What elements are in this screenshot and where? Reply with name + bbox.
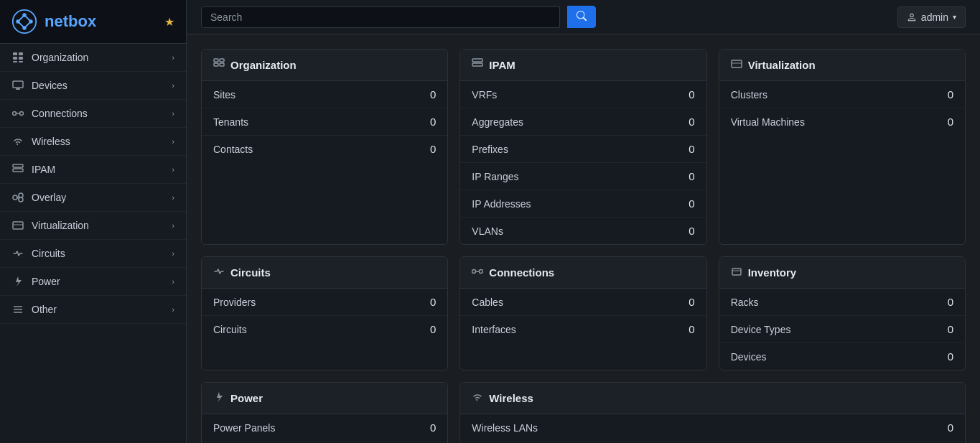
sidebar-label-circuits: Circuits bbox=[32, 248, 65, 259]
ipam-ipranges-row: IP Ranges 0 bbox=[460, 163, 706, 190]
sidebar-item-power[interactable]: Power › bbox=[0, 268, 186, 296]
circuits-providers-value: 0 bbox=[430, 296, 436, 308]
user-name-label: admin bbox=[921, 11, 948, 23]
sidebar-item-wireless[interactable]: Wireless › bbox=[0, 128, 186, 156]
svg-point-36 bbox=[472, 270, 476, 274]
virtualization-card-icon bbox=[731, 58, 742, 72]
sidebar-item-overlay[interactable]: Overlay › bbox=[0, 184, 186, 212]
svg-point-3 bbox=[22, 13, 26, 17]
svg-rect-9 bbox=[13, 61, 17, 62]
svg-point-14 bbox=[20, 112, 24, 116]
sidebar-item-organization[interactable]: Organization › bbox=[0, 44, 186, 72]
user-menu-chevron-icon: ▾ bbox=[953, 13, 956, 21]
virt-vms-label: Virtual Machines bbox=[731, 116, 805, 128]
virtualization-icon bbox=[11, 219, 24, 232]
search-button[interactable] bbox=[567, 6, 596, 28]
org-contacts-value: 0 bbox=[430, 143, 436, 155]
conn-cables-row: Cables 0 bbox=[460, 289, 706, 316]
ipam-vrfs-row: VRFs 0 bbox=[460, 81, 706, 108]
power-panels-row: Power Panels 0 bbox=[202, 414, 447, 442]
topbar: admin ▾ bbox=[187, 0, 980, 34]
user-menu-button[interactable]: admin ▾ bbox=[897, 6, 966, 28]
sidebar-item-other[interactable]: Other › bbox=[0, 296, 186, 324]
sidebar-item-connections[interactable]: Connections › bbox=[0, 100, 186, 128]
inv-devices-label: Devices bbox=[731, 351, 767, 363]
connections-icon bbox=[11, 107, 24, 120]
org-sites-label: Sites bbox=[213, 89, 235, 101]
chevron-right-icon: › bbox=[172, 221, 174, 230]
chevron-right-icon: › bbox=[172, 193, 174, 202]
organization-card-icon bbox=[213, 58, 225, 72]
app-name: netbox bbox=[45, 12, 96, 31]
sidebar-label-virtualization: Virtualization bbox=[32, 220, 89, 231]
conn-interfaces-row: Interfaces 0 bbox=[460, 316, 706, 342]
chevron-right-icon: › bbox=[172, 305, 174, 314]
sidebar: netbox ★ Organization › Devices › bbox=[0, 0, 187, 443]
card-connections: Connections Cables 0 Interfaces 0 bbox=[459, 256, 706, 370]
ipam-prefixes-value: 0 bbox=[689, 143, 694, 155]
ipam-vrfs-label: VRFs bbox=[472, 89, 497, 101]
svg-rect-32 bbox=[472, 59, 482, 62]
ipam-ipranges-label: IP Ranges bbox=[472, 171, 518, 182]
ipam-icon bbox=[11, 163, 24, 176]
dashboard: Organization Sites 0 Tenants 0 Contacts … bbox=[187, 34, 980, 443]
card-wireless-title: Wireless bbox=[489, 392, 533, 404]
sidebar-item-circuits[interactable]: Circuits › bbox=[0, 240, 186, 268]
svg-rect-34 bbox=[732, 60, 742, 67]
svg-rect-28 bbox=[214, 59, 218, 62]
inv-racks-row: Racks 0 bbox=[719, 289, 965, 316]
other-icon bbox=[11, 303, 24, 316]
sidebar-item-ipam[interactable]: IPAM › bbox=[0, 156, 186, 184]
svg-point-19 bbox=[19, 193, 23, 197]
circuits-circuits-value: 0 bbox=[430, 323, 436, 335]
connections-card-icon bbox=[472, 266, 483, 279]
bookmark-icon: ★ bbox=[164, 15, 174, 29]
circuits-circuits-label: Circuits bbox=[213, 324, 247, 335]
user-icon bbox=[907, 12, 917, 22]
ipam-ipaddresses-row: IP Addresses 0 bbox=[460, 190, 706, 218]
card-virtualization-header: Virtualization bbox=[719, 50, 965, 81]
svg-point-13 bbox=[13, 112, 17, 116]
chevron-right-icon: › bbox=[172, 137, 174, 146]
svg-rect-7 bbox=[13, 57, 17, 60]
ipam-ipranges-value: 0 bbox=[689, 170, 694, 182]
org-contacts-row: Contacts 0 bbox=[202, 136, 447, 162]
svg-rect-8 bbox=[19, 57, 23, 60]
card-inventory-title: Inventory bbox=[748, 266, 797, 279]
svg-rect-23 bbox=[13, 222, 23, 229]
svg-rect-29 bbox=[220, 59, 224, 62]
svg-rect-6 bbox=[19, 52, 23, 55]
wireless-icon bbox=[11, 135, 24, 148]
card-circuits-header: Circuits bbox=[202, 257, 447, 289]
sidebar-item-virtualization[interactable]: Virtualization › bbox=[0, 212, 186, 240]
ipam-card-icon bbox=[472, 58, 483, 72]
ipam-aggregates-label: Aggregates bbox=[472, 116, 523, 128]
svg-rect-12 bbox=[16, 88, 20, 90]
virt-clusters-label: Clusters bbox=[731, 89, 767, 101]
card-ipam: IPAM VRFs 0 Aggregates 0 Prefixes 0 IP R… bbox=[459, 49, 706, 245]
ipam-vlans-row: VLANs 0 bbox=[460, 218, 706, 244]
main-content: admin ▾ Organization Sites 0 Tenants 0 C… bbox=[187, 0, 980, 443]
svg-rect-16 bbox=[13, 164, 23, 167]
card-connections-title: Connections bbox=[489, 266, 554, 279]
inv-racks-label: Racks bbox=[731, 297, 759, 308]
card-wireless: Wireless Wireless LANs 0 Wireless Links … bbox=[459, 382, 966, 443]
svg-rect-11 bbox=[13, 81, 23, 88]
sidebar-item-devices[interactable]: Devices › bbox=[0, 72, 186, 100]
search-input[interactable] bbox=[201, 6, 560, 28]
wireless-lans-label: Wireless LANs bbox=[472, 422, 538, 434]
sidebar-label-devices: Devices bbox=[32, 80, 67, 91]
conn-cables-label: Cables bbox=[472, 297, 503, 308]
inv-devices-row: Devices 0 bbox=[719, 343, 965, 370]
inventory-card-icon bbox=[731, 266, 742, 279]
conn-interfaces-label: Interfaces bbox=[472, 324, 515, 335]
org-tenants-label: Tenants bbox=[213, 116, 248, 128]
virt-clusters-value: 0 bbox=[948, 88, 953, 101]
chevron-right-icon: › bbox=[172, 249, 174, 258]
card-circuits-title: Circuits bbox=[230, 266, 271, 279]
wireless-lans-value: 0 bbox=[948, 421, 953, 434]
power-panels-value: 0 bbox=[430, 421, 436, 434]
chevron-right-icon: › bbox=[172, 277, 174, 286]
org-sites-value: 0 bbox=[430, 88, 436, 101]
ipam-vrfs-value: 0 bbox=[689, 88, 694, 101]
